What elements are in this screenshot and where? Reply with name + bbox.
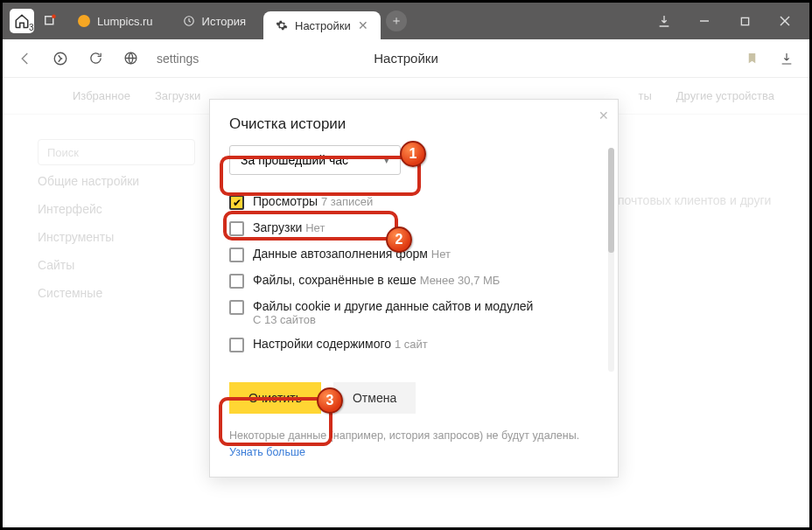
tab-label: Настройки [295, 19, 351, 32]
new-tab-button[interactable]: ＋ [386, 10, 407, 31]
scrollbar-thumb[interactable] [608, 148, 614, 253]
window-close-button[interactable] [767, 8, 802, 34]
favicon-history [183, 15, 195, 27]
tab-label: Lumpics.ru [97, 15, 153, 28]
tab-label: История [202, 15, 246, 28]
titlebar: 3 Lumpics.ru История Настройки ✕ ＋ [3, 3, 809, 39]
checkbox-downloads[interactable]: Загрузки Нет [229, 215, 598, 241]
window-minimize-button[interactable] [687, 8, 722, 34]
cb-hint: 1 сайт [395, 338, 428, 351]
checkbox-icon [229, 274, 244, 289]
browser-logo-icon[interactable] [52, 50, 69, 67]
close-tab-icon[interactable]: ✕ [358, 18, 368, 32]
address-text[interactable]: settings [157, 52, 199, 66]
checkbox-icon [229, 338, 244, 352]
cb-hint: С 13 сайтов [253, 313, 533, 326]
checkbox-views[interactable]: ✔ Просмотры 7 записей [229, 189, 598, 215]
back-button[interactable] [17, 50, 34, 67]
cb-label: Загрузки [253, 220, 302, 234]
cb-hint: Нет [431, 248, 451, 261]
home-badge-count: 3 [29, 23, 34, 32]
tab-lumpics[interactable]: Lumpics.ru [66, 7, 165, 35]
cb-hint: Нет [305, 221, 325, 234]
svg-point-1 [52, 15, 56, 19]
modal-title: Очистка истории [210, 100, 618, 145]
cb-hint: 7 записей [321, 195, 373, 208]
gear-icon [276, 19, 288, 31]
downloads-icon[interactable] [778, 50, 795, 67]
cb-label: Данные автозаполнения форм [253, 247, 428, 261]
clear-history-modal: ✕ Очистка истории За прошедший час ▾ ✔ П… [209, 99, 619, 478]
cancel-button[interactable]: Отмена [333, 382, 416, 414]
tab-settings[interactable]: Настройки ✕ [263, 11, 381, 39]
dropdown-value: За прошедший час [241, 153, 348, 167]
svg-rect-0 [46, 17, 53, 24]
bookmark-icon[interactable] [743, 50, 760, 67]
cb-label: Просмотры [253, 194, 318, 208]
favicon-lumpics [78, 15, 90, 27]
modal-scrollbar[interactable] [608, 148, 614, 372]
checkbox-autofill[interactable]: Данные автозаполнения форм Нет [229, 241, 598, 268]
cb-label: Настройки содержимого [253, 337, 391, 351]
window-maximize-button[interactable] [727, 8, 762, 34]
pinned-icon[interactable] [39, 10, 60, 31]
checkbox-cookies[interactable]: Файлы cookie и другие данные сайтов и мо… [229, 294, 598, 331]
chevron-down-icon: ▾ [384, 155, 389, 166]
page-title: Настройки [374, 51, 438, 66]
svg-rect-4 [741, 17, 748, 24]
cb-label: Файлы cookie и другие данные сайтов и мо… [253, 299, 533, 313]
download-indicator-icon[interactable] [647, 8, 682, 34]
modal-footnote: Некоторые данные (например, история запр… [210, 422, 618, 477]
checkbox-icon [229, 221, 244, 236]
checkbox-cache[interactable]: Файлы, сохранённые в кеше Менее 30,7 МБ [229, 268, 598, 294]
checkbox-icon [229, 300, 244, 315]
cb-hint: Менее 30,7 МБ [420, 274, 500, 287]
cb-label: Файлы, сохранённые в кеше [253, 273, 416, 287]
checkbox-content-settings[interactable]: Настройки содержимого 1 сайт [229, 331, 598, 358]
modal-close-button[interactable]: ✕ [598, 108, 609, 122]
learn-more-link[interactable]: Узнать больше [229, 446, 305, 458]
reload-button[interactable] [87, 50, 104, 67]
checkbox-icon [229, 248, 244, 262]
toolbar: settings Настройки [3, 39, 809, 78]
site-lock-icon[interactable] [122, 50, 139, 67]
note-text: Некоторые данные (например, история запр… [229, 429, 579, 442]
checkbox-icon: ✔ [229, 195, 244, 210]
tab-history[interactable]: История [171, 7, 258, 35]
clear-button[interactable]: Очистить [229, 382, 321, 414]
time-range-dropdown[interactable]: За прошедший час ▾ [229, 145, 401, 175]
